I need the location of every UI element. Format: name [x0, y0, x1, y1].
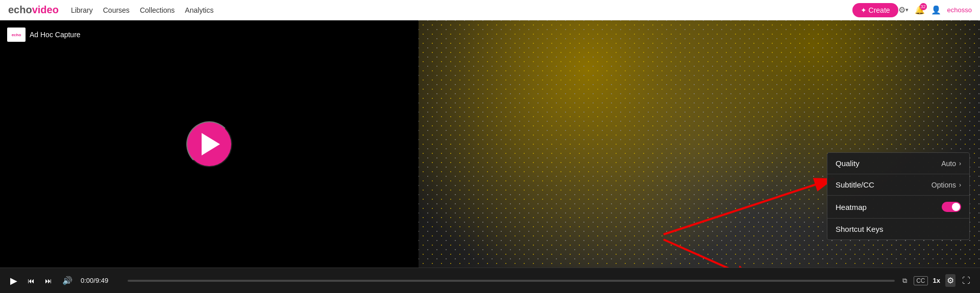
nav-bar: echovideo Library Courses Collections An…: [0, 0, 980, 20]
volume-button[interactable]: 🔊: [60, 274, 75, 287]
play-triangle-icon: [202, 133, 220, 155]
settings-heatmap-label: Heatmap: [836, 203, 867, 211]
create-button[interactable]: ✦ Create: [852, 3, 898, 17]
nav-links: Library Courses Collections Analytics: [71, 6, 852, 14]
time-display: 0:00/9:49: [81, 277, 121, 284]
settings-subtitle-label: Subtitle/CC: [836, 180, 874, 189]
capture-label: echo Ad Hoc Capture: [7, 28, 81, 42]
capture-title: Ad Hoc Capture: [30, 31, 81, 39]
notification-badge: 32: [920, 3, 927, 10]
notifications-button[interactable]: 🔔 32: [915, 5, 925, 15]
settings-item-shortcut-keys[interactable]: Shortcut Keys: [827, 219, 969, 239]
heatmap-toggle[interactable]: [942, 202, 961, 212]
progress-bar[interactable]: [128, 280, 895, 282]
settings-nav-button[interactable]: ⚙ ▾: [898, 5, 909, 15]
chevron-right-icon-quality: ›: [959, 160, 961, 167]
settings-item-quality[interactable]: Quality Auto ›: [827, 153, 969, 174]
echosso-label: echosso: [947, 6, 972, 14]
settings-subtitle-value: Options: [932, 181, 956, 189]
play-pause-button[interactable]: ▶: [8, 273, 19, 288]
logo-video: video: [32, 4, 59, 16]
captions-button[interactable]: CC: [914, 276, 927, 285]
profile-button[interactable]: 👤: [931, 5, 941, 15]
nav-link-collections[interactable]: Collections: [140, 6, 175, 14]
speed-label: 1x: [933, 277, 940, 284]
fullscreen-button[interactable]: ⛶: [961, 275, 972, 287]
heatmap-toggle-knob: [952, 203, 960, 211]
forward-button[interactable]: ⏭: [43, 275, 54, 287]
logo-echo: echo: [8, 4, 32, 16]
settings-button[interactable]: ⚙: [945, 274, 955, 287]
rewind-button[interactable]: ⏮: [26, 275, 37, 287]
settings-subtitle-right: Options ›: [932, 181, 961, 189]
controls-right: ⧉ CC 1x ⚙ ⛶: [901, 274, 972, 287]
settings-quality-value: Auto: [941, 159, 956, 168]
settings-quality-right: Auto ›: [941, 159, 961, 168]
nav-link-library[interactable]: Library: [71, 6, 93, 14]
capture-logo-box: echo: [7, 28, 26, 42]
chevron-right-icon-subtitle: ›: [959, 181, 961, 189]
nav-link-analytics[interactable]: Analytics: [185, 6, 213, 14]
nav-logo: echovideo: [8, 4, 59, 16]
capture-logo-mini: echo: [12, 33, 21, 37]
main-content: echo Ad Hoc Capture Quality: [0, 20, 980, 293]
nav-right: ⚙ ▾ 🔔 32 👤 echosso: [898, 5, 972, 15]
play-button-overlay[interactable]: [186, 121, 232, 167]
video-controls-bar: ▶ ⏮ ⏭ 🔊 0:00/9:49 ⧉ CC 1x ⚙ ⛶: [0, 268, 980, 293]
settings-item-subtitle[interactable]: Subtitle/CC Options ›: [827, 174, 969, 196]
settings-item-heatmap[interactable]: Heatmap: [827, 196, 969, 219]
video-screen: echo Ad Hoc Capture Quality: [0, 20, 980, 268]
nav-link-courses[interactable]: Courses: [103, 6, 130, 14]
video-container: echo Ad Hoc Capture Quality: [0, 20, 980, 293]
settings-shortcut-label: Shortcut Keys: [836, 225, 883, 233]
settings-dropdown-menu: Quality Auto › Subtitle/CC Options ›: [827, 152, 970, 240]
settings-quality-label: Quality: [836, 159, 860, 168]
pip-button[interactable]: ⧉: [901, 275, 909, 286]
